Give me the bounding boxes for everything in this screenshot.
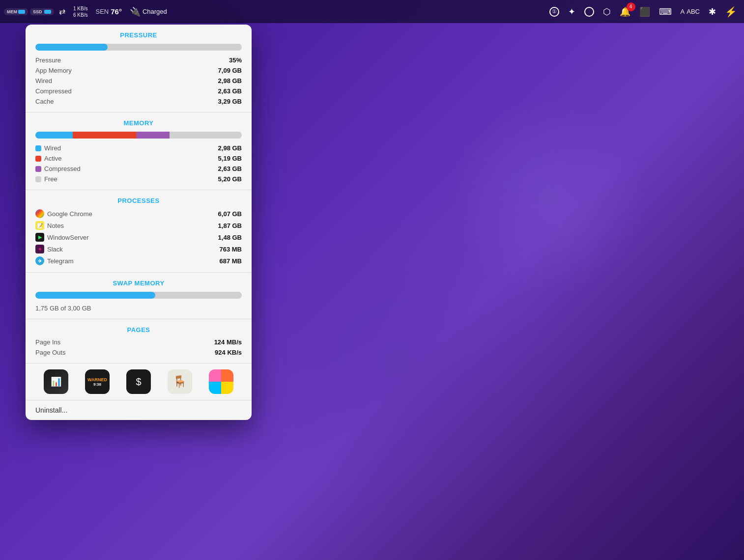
- active-dot: [35, 156, 41, 162]
- processes-section: PROCESSES Google Chrome 6,07 GB 📝 Notes …: [26, 190, 252, 273]
- dropbox-icon[interactable]: ✦: [565, 4, 578, 19]
- chrome-icon: [35, 209, 44, 218]
- memory-popup: PRESSURE Pressure 35% App Memory 7,09 GB…: [26, 25, 252, 420]
- slack-icon: ✦: [35, 245, 44, 253]
- free-dot: [35, 176, 41, 182]
- battery-widget[interactable]: 🔌 Charged: [127, 4, 170, 19]
- windowserver-value: 1,48 GB: [218, 234, 242, 241]
- airplay-icon[interactable]: ⬛: [636, 4, 653, 19]
- swap-description: 1,75 GB of 3,00 GB: [35, 305, 91, 312]
- mem-label: MEM: [7, 9, 18, 14]
- wired-pressure-label: Wired: [35, 77, 52, 84]
- pages-title: PAGES: [35, 326, 242, 334]
- app-memory-row: App Memory 7,09 GB: [35, 67, 242, 74]
- telegram-icon: ✈: [35, 256, 44, 265]
- terminal-app-icon[interactable]: $: [126, 369, 151, 394]
- process-slack: ✦ Slack 763 MB: [35, 245, 242, 253]
- pressure-bar-fill: [35, 44, 108, 51]
- uninstall-section: Uninstall...: [26, 400, 252, 420]
- page-outs-value: 924 KB/s: [215, 349, 242, 356]
- wired-pressure-value: 2,98 GB: [218, 77, 242, 84]
- notification-bell[interactable]: 🔔 4: [617, 4, 633, 19]
- pressure-title: PRESSURE: [35, 31, 242, 39]
- chrome-label: Google Chrome: [35, 209, 92, 218]
- bg-decoration-2: [253, 216, 547, 511]
- mem-widget[interactable]: MEM: [4, 8, 28, 15]
- cache-row: Cache 3,29 GB: [35, 98, 242, 105]
- app-memory-label: App Memory: [35, 67, 72, 74]
- compressed-pressure-value: 2,63 GB: [218, 87, 242, 95]
- menubar: MEM SSD ⇄ 1 KB/s 6 KB/s SE: [0, 0, 744, 23]
- app-icons-row: 📊 WARNED 9:38 $ 🪑: [26, 364, 252, 400]
- pressure-label: Pressure: [35, 56, 61, 64]
- wired-memory-row: Wired 2,98 GB: [35, 144, 242, 152]
- network-arrows[interactable]: ⇄: [56, 5, 68, 18]
- cache-value: 3,29 GB: [218, 98, 242, 105]
- wired-dot: [35, 145, 41, 151]
- slack-value: 763 MB: [219, 246, 242, 253]
- pressure-row: Pressure 35%: [35, 56, 242, 64]
- active-label: Active: [35, 155, 61, 162]
- page-ins-value: 124 MB/s: [214, 338, 242, 346]
- compressed-pressure-row: Compressed 2,63 GB: [35, 87, 242, 95]
- free-value: 5,20 GB: [218, 175, 242, 183]
- process-chrome: Google Chrome 6,07 GB: [35, 209, 242, 218]
- battery-icon: 🔌: [130, 6, 141, 17]
- activity-monitor-icon[interactable]: 📊: [44, 369, 68, 394]
- memory-bar: [35, 132, 242, 139]
- notes-label: 📝 Notes: [35, 221, 64, 230]
- pressure-value: 35%: [229, 56, 242, 64]
- network-download: 6 KB/s: [73, 12, 87, 18]
- uninstall-button[interactable]: Uninstall...: [26, 400, 252, 420]
- swap-title: SWAP MEMORY: [35, 280, 242, 287]
- swap-bar-container: [35, 292, 242, 299]
- network-speeds[interactable]: 1 KB/s 6 KB/s: [70, 3, 90, 20]
- wired-memory-value: 2,98 GB: [218, 144, 242, 152]
- battery-indicator[interactable]: ⚡: [722, 4, 740, 20]
- swap-description-row: 1,75 GB of 3,00 GB: [35, 305, 242, 312]
- memory-bar-red: [73, 132, 137, 139]
- memory-bar-gray: [170, 132, 242, 139]
- cache-label: Cache: [35, 98, 54, 105]
- keyboard-icon[interactable]: ⌨: [656, 4, 675, 19]
- console-icon[interactable]: WARNED 9:38: [85, 369, 110, 394]
- layers-icon[interactable]: ⬡: [600, 4, 614, 19]
- temp-value: 76°: [111, 7, 122, 16]
- ssd-bar: [44, 10, 51, 14]
- notes-icon: 📝: [35, 221, 44, 230]
- system-info-icon[interactable]: 🪑: [168, 369, 192, 394]
- windowserver-label: ▶ WindowServer: [35, 233, 89, 242]
- compressed-memory-label: Compressed: [35, 165, 81, 172]
- page-ins-row: Page Ins 124 MB/s: [35, 338, 242, 346]
- input-a: A: [681, 8, 685, 15]
- battery-label: Charged: [143, 8, 167, 15]
- page-outs-label: Page Outs: [35, 349, 65, 356]
- input-method[interactable]: A ABC: [678, 6, 703, 17]
- ssd-widget[interactable]: SSD: [30, 8, 54, 15]
- temp-widget[interactable]: SEN 76°: [92, 5, 124, 18]
- process-telegram: ✈ Telegram 687 MB: [35, 256, 242, 265]
- chrome-value: 6,07 GB: [218, 210, 242, 218]
- pages-section: PAGES Page Ins 124 MB/s Page Outs 924 KB…: [26, 319, 252, 364]
- circle-icon[interactable]: [581, 5, 597, 19]
- istat-icon[interactable]: [209, 369, 233, 394]
- active-row: Active 5,19 GB: [35, 155, 242, 162]
- mem-bar-1: [18, 10, 25, 14]
- compressed-memory-value: 2,63 GB: [218, 165, 242, 172]
- memory-title: MEMORY: [35, 119, 242, 127]
- free-row: Free 5,20 GB: [35, 175, 242, 183]
- page-ins-label: Page Ins: [35, 338, 60, 346]
- compressed-dot: [35, 166, 41, 172]
- notification-badge: 4: [627, 2, 635, 11]
- wired-memory-label: Wired: [35, 144, 61, 152]
- notes-value: 1,87 GB: [218, 222, 242, 229]
- memory-bar-blue: [35, 132, 73, 139]
- app-memory-value: 7,09 GB: [218, 67, 242, 74]
- windowserver-icon: ▶: [35, 233, 44, 242]
- ssd-label: SSD: [33, 9, 44, 14]
- 1password-icon[interactable]: ①: [546, 5, 562, 19]
- telegram-label: ✈ Telegram: [35, 256, 73, 265]
- pressure-section: PRESSURE Pressure 35% App Memory 7,09 GB…: [26, 25, 252, 112]
- memory-bar-purple: [137, 132, 170, 139]
- bluetooth-icon[interactable]: ✱: [706, 4, 719, 19]
